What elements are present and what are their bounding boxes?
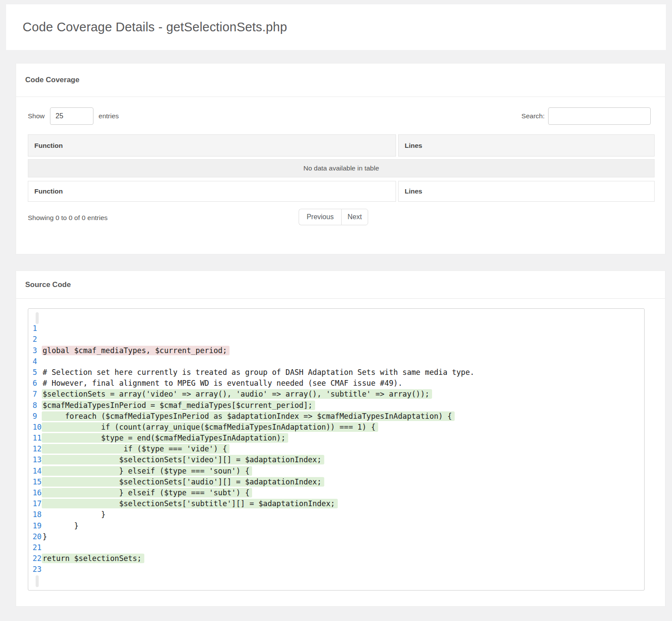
line-number: 12 (33, 444, 43, 454)
search-input[interactable] (548, 107, 651, 125)
pagination: Previous Next (299, 209, 368, 225)
code-line: 21 (28, 542, 644, 553)
code-line: 15 $selectionSets['audio'][] = $adaptati… (28, 477, 644, 487)
code-line: 18 } (28, 509, 644, 520)
code-line: 6# However, final alignment to MPEG WD i… (28, 378, 644, 389)
page-title: Code Coverage Details - getSelectionSets… (23, 20, 287, 34)
line-number: 3 (33, 345, 43, 356)
code-line: 3global $cmaf_mediaTypes, $current_perio… (28, 345, 644, 356)
code-line: 16 } elseif ($type === 'subt') { (28, 487, 644, 498)
code-line: 17 $selectionSets['subtitle'][] = $adapt… (28, 498, 644, 509)
line-number: 20 (33, 531, 43, 542)
table-footer-row: Function Lines (28, 181, 655, 202)
code-line: 4 (28, 356, 644, 367)
code-line: 13 $selectionSets['video'][] = $adaptati… (28, 454, 644, 465)
code-text: # Selection set here currently is treate… (43, 368, 474, 377)
line-number: 23 (33, 564, 43, 575)
code-text: $type = end($cmafMediaTypesInAdaptation)… (42, 433, 288, 443)
table-controls: Show entries Search: (28, 107, 651, 125)
code-line: 9 foreach ($cmafMediaTypesInPeriod as $a… (28, 411, 644, 422)
line-number: 8 (33, 400, 43, 411)
code-text: $cmafMediaTypesInPeriod = $cmaf_mediaTyp… (42, 401, 315, 410)
code-line: 2 (28, 334, 644, 345)
code-text: } (43, 521, 79, 530)
line-number: 19 (33, 521, 43, 531)
code-text: $selectionSets['audio'][] = $adaptationI… (42, 477, 324, 487)
line-number: 2 (33, 334, 43, 345)
title-bar: Code Coverage Details - getSelectionSets… (6, 4, 666, 50)
source-panel-title: Source Code (25, 280, 71, 289)
line-number: 7 (33, 389, 43, 400)
code-text: if (count(array_unique($cmafMediaTypesIn… (42, 422, 378, 432)
coverage-panel-title: Code Coverage (25, 76, 80, 84)
line-number: 18 (33, 509, 43, 520)
line-number: 9 (33, 411, 43, 422)
coverage-table: Function Lines No data available in tabl… (28, 134, 655, 202)
showing-entries-info: Showing 0 to 0 of 0 entries (28, 214, 108, 222)
code-text: } (43, 510, 106, 519)
column-footer-lines: Lines (398, 181, 655, 202)
next-button[interactable]: Next (341, 209, 368, 225)
show-entries-control: Show entries (28, 107, 119, 125)
line-number: 10 (33, 422, 43, 433)
line-number: 17 (33, 498, 43, 509)
line-number: 1 (33, 323, 43, 334)
code-line: 14 } elseif ($type === 'soun') { (28, 466, 644, 477)
column-footer-function: Function (28, 181, 396, 202)
code-text: global $cmaf_mediaTypes, $current_period… (42, 346, 230, 355)
show-entries-input[interactable] (50, 107, 93, 125)
code-line: 23 (28, 564, 644, 575)
code-text: $selectionSets['subtitle'][] = $adaptati… (42, 499, 338, 508)
column-header-function[interactable]: Function (28, 134, 396, 157)
line-number: 14 (33, 466, 43, 477)
line-number: 13 (33, 454, 43, 465)
column-header-lines[interactable]: Lines (398, 134, 655, 157)
code-text: } elseif ($type === 'soun') { (42, 466, 252, 476)
code-line: 22return $selectionSets; (28, 553, 644, 564)
code-line: 1 (28, 323, 644, 334)
code-coverage-panel: Code Coverage Show entries Search: Funct… (16, 63, 665, 254)
code-text: foreach ($cmafMediaTypesInPeriod as $ada… (42, 411, 455, 421)
previous-button[interactable]: Previous (299, 209, 341, 225)
code-line: 12 if ($type === 'vide') { (28, 444, 644, 454)
show-label: Show (28, 112, 45, 120)
code-line: 10 if (count(array_unique($cmafMediaType… (28, 422, 644, 433)
gutter-marker-row (28, 575, 644, 586)
search-control: Search: (522, 107, 651, 125)
code-line: 5# Selection set here currently is treat… (28, 367, 644, 378)
line-number: 16 (33, 487, 43, 498)
code-line: 20} (28, 531, 644, 542)
source-code-panel: Source Code 1 2 3global $cmaf_mediaTypes… (16, 270, 665, 607)
code-line: 8$cmafMediaTypesInPeriod = $cmaf_mediaTy… (28, 400, 644, 411)
table-header-row: Function Lines (28, 134, 655, 157)
code-text: $selectionSets = array('video' => array(… (42, 389, 432, 399)
code-text: } elseif ($type === 'subt') { (42, 488, 252, 497)
gutter-marker-row (28, 312, 644, 323)
code-text: # However, final alignment to MPEG WD is… (43, 379, 403, 387)
code-text: return $selectionSets; (42, 554, 144, 563)
line-number: 4 (33, 356, 43, 367)
line-number: 15 (33, 477, 43, 487)
code-text: if ($type === 'vide') { (42, 444, 230, 454)
code-line: 11 $type = end($cmafMediaTypesInAdaptati… (28, 433, 644, 444)
table-empty-message: No data available in table (28, 159, 655, 177)
search-label: Search: (522, 112, 545, 120)
gutter-marker (36, 575, 39, 587)
gutter-marker (36, 312, 39, 324)
line-number: 11 (33, 433, 43, 444)
entries-label: entries (99, 112, 119, 120)
source-code-box: 1 2 3global $cmaf_mediaTypes, $current_p… (28, 308, 645, 591)
line-number: 6 (33, 378, 43, 389)
code-text: } (43, 532, 47, 541)
coverage-panel-header: Code Coverage (16, 63, 665, 97)
code-lines: 1 2 3global $cmaf_mediaTypes, $current_p… (28, 312, 644, 586)
code-text: $selectionSets['video'][] = $adaptationI… (42, 455, 324, 464)
source-panel-header: Source Code (16, 271, 665, 299)
line-number: 21 (33, 542, 43, 553)
code-line: 19 } (28, 521, 644, 531)
code-line: 7$selectionSets = array('video' => array… (28, 389, 644, 400)
line-number: 22 (33, 553, 43, 564)
line-number: 5 (33, 367, 43, 378)
